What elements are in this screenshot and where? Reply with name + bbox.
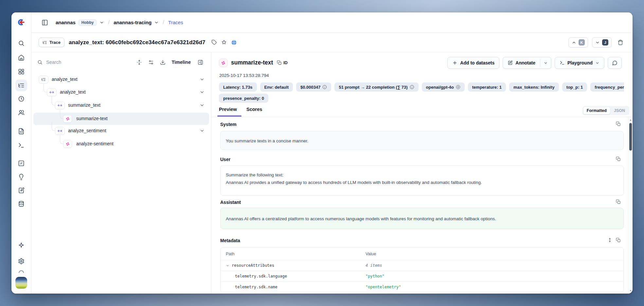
- tree-row-analyze_text-span[interactable]: analyze_text: [33, 86, 209, 99]
- nav-down-button[interactable]: J: [592, 37, 612, 47]
- column-value: Value: [366, 251, 623, 256]
- annotate-dropdown-chevron[interactable]: [540, 57, 551, 68]
- breadcrumb-traces-link[interactable]: Traces: [168, 20, 183, 25]
- copy-icon[interactable]: [616, 199, 621, 204]
- tab-scores[interactable]: Scores: [246, 107, 262, 112]
- trace-title: analyze_text: 606c0febc692ce34ec67a7e632…: [69, 39, 206, 46]
- org-name: anannas: [56, 20, 76, 25]
- trace-icon: [39, 76, 48, 83]
- comment-button[interactable]: [608, 57, 622, 69]
- cost-badge: $0.000347: [296, 82, 331, 92]
- org-selector[interactable]: anannas Hobby: [56, 19, 104, 26]
- star-icon[interactable]: [219, 38, 229, 47]
- tree-search-input[interactable]: [46, 60, 85, 65]
- project-selector[interactable]: anannas-tracing: [114, 20, 159, 25]
- active-tab-underline: [217, 116, 241, 117]
- list-tree-icon: [43, 40, 47, 45]
- metadata-row-resourceAttributes: resourceAttributes 4 items: [221, 260, 623, 271]
- dashboard-icon[interactable]: [15, 66, 27, 78]
- settings-gear-icon[interactable]: [15, 255, 27, 267]
- user-message-box: Summarize the following text: Anannas AI…: [220, 165, 624, 196]
- user-avatar[interactable]: [15, 277, 27, 289]
- chevron-down-icon[interactable]: [200, 77, 205, 82]
- info-icon[interactable]: [410, 85, 414, 89]
- breadcrumb-separator: /: [108, 19, 110, 26]
- evaluation-icon[interactable]: [15, 157, 27, 169]
- metadata-section-label: Metadata: [220, 238, 240, 243]
- chevron-up-icon: [572, 40, 576, 45]
- generation-icon: [219, 59, 228, 67]
- sidebar-toggle-icon[interactable]: [40, 18, 50, 27]
- collapse-all-icon[interactable]: [134, 57, 144, 67]
- user-section-label: User: [220, 157, 230, 162]
- info-icon[interactable]: [322, 85, 327, 89]
- chevron-down-icon[interactable]: [200, 90, 205, 95]
- trace-type-label: Trace: [49, 40, 61, 45]
- playground-button[interactable]: Playground: [555, 57, 604, 69]
- chevron-down-icon[interactable]: [200, 128, 205, 133]
- tree-settings-icon[interactable]: [146, 57, 156, 67]
- tree-row-label: analyze_text: [52, 77, 78, 82]
- tree-row-analyze-sentiment[interactable]: analyze-sentiment: [33, 138, 209, 150]
- tracing-icon[interactable]: [15, 80, 27, 91]
- expand-vertical-icon[interactable]: [607, 238, 612, 243]
- plus-circle-icon[interactable]: [456, 85, 460, 89]
- datasets-icon[interactable]: [15, 198, 27, 210]
- copy-icon: [277, 60, 282, 65]
- tree-row-summarize-text-selected[interactable]: summarize-text: [33, 113, 209, 125]
- observation-title: summarize-text: [231, 59, 273, 66]
- span-icon: [55, 101, 65, 109]
- edit-pencil-icon: [508, 60, 513, 65]
- playground-icon[interactable]: [15, 139, 27, 151]
- tree-toolbar: Timeline: [31, 52, 211, 72]
- chevron-down-icon: [595, 40, 600, 45]
- copy-id-button[interactable]: ID: [277, 60, 288, 65]
- formatted-toggle[interactable]: Formatted: [583, 107, 610, 114]
- insights-icon[interactable]: [15, 171, 27, 183]
- scroll-up-arrow[interactable]: ▲: [628, 118, 633, 121]
- collapse-panel-icon[interactable]: [195, 57, 205, 67]
- tree-row-label: analyze-sentiment: [76, 141, 114, 146]
- copy-icon[interactable]: [616, 156, 621, 161]
- search-icon[interactable]: [15, 37, 27, 49]
- copy-icon[interactable]: [616, 121, 621, 126]
- prompts-icon[interactable]: [15, 125, 27, 137]
- public-globe-icon[interactable]: [229, 38, 239, 47]
- tab-preview[interactable]: Preview: [219, 107, 237, 112]
- chevron-down-icon[interactable]: [200, 103, 205, 108]
- download-icon[interactable]: [158, 57, 168, 67]
- copy-icon[interactable]: [616, 238, 621, 243]
- home-icon[interactable]: [15, 52, 27, 63]
- column-path: Path: [221, 251, 366, 256]
- model-badge: openai/gpt-4o: [422, 82, 465, 92]
- assistant-message-box: Anannas AI offers a centralized platform…: [220, 208, 624, 229]
- annotation-icon[interactable]: [15, 185, 27, 196]
- json-toggle[interactable]: JSON: [611, 107, 628, 114]
- detail-scrollbar: ▲ ▼: [628, 117, 633, 294]
- tree-row-label: analyze_sentiment: [68, 128, 106, 133]
- tree-row-label: summarize_text: [68, 102, 100, 108]
- tag-icon[interactable]: [209, 38, 219, 47]
- env-badge: Env: default: [260, 82, 293, 92]
- anannas-logo[interactable]: [17, 18, 26, 27]
- delete-trash-icon[interactable]: [616, 38, 625, 47]
- sessions-icon[interactable]: [15, 93, 27, 105]
- scrollbar-thumb[interactable]: [629, 123, 632, 151]
- users-icon[interactable]: [15, 107, 27, 118]
- metadata-row-sdk-language: telemetry.sdk.language "python": [221, 271, 623, 281]
- breadcrumb-bar: anannas Hobby / anannas-tracing / Traces: [31, 12, 633, 33]
- upgrade-sparkle-icon[interactable]: [15, 239, 27, 251]
- tree-row-analyze_text[interactable]: analyze_text: [33, 73, 209, 86]
- span-icon: [55, 127, 65, 135]
- plan-badge: Hobby: [78, 19, 97, 26]
- generation-icon: [63, 115, 72, 123]
- view-mode-toggle: Formatted JSON: [582, 106, 629, 115]
- timeline-toggle[interactable]: Timeline: [171, 60, 191, 65]
- shortcut-key-k: K: [579, 39, 585, 45]
- plus-icon: [452, 60, 457, 65]
- collapse-caret-icon[interactable]: [226, 264, 229, 267]
- annotate-button[interactable]: Annotate: [503, 57, 540, 68]
- nav-up-button[interactable]: K: [568, 37, 588, 47]
- add-to-datasets-button[interactable]: Add to datasets: [447, 57, 499, 69]
- scroll-down-arrow[interactable]: ▼: [628, 289, 633, 292]
